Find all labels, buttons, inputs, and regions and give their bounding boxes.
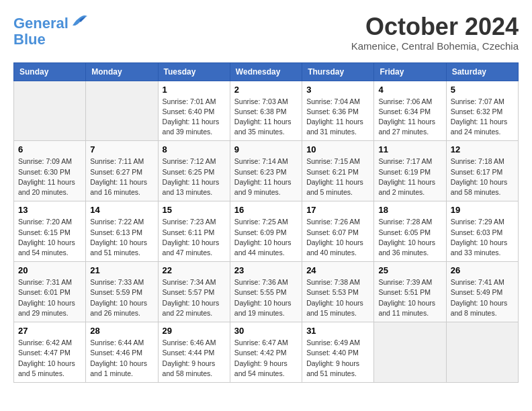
calendar-cell: 20Sunrise: 7:31 AM Sunset: 6:01 PM Dayli… (14, 262, 86, 322)
day-info: Sunrise: 7:26 AM Sunset: 6:07 PM Dayligh… (306, 217, 369, 258)
day-number: 29 (163, 326, 226, 336)
day-info: Sunrise: 7:12 AM Sunset: 6:25 PM Dayligh… (163, 156, 226, 197)
day-number: 17 (306, 205, 369, 215)
calendar-cell: 2Sunrise: 7:03 AM Sunset: 6:38 PM Daylig… (230, 81, 302, 141)
day-info: Sunrise: 7:34 AM Sunset: 5:57 PM Dayligh… (163, 277, 226, 318)
day-number: 24 (306, 265, 369, 275)
logo-bird-icon (70, 13, 89, 28)
calendar-cell: 21Sunrise: 7:33 AM Sunset: 5:59 PM Dayli… (86, 262, 158, 322)
day-info: Sunrise: 7:20 AM Sunset: 6:15 PM Dayligh… (18, 217, 81, 258)
day-info: Sunrise: 6:47 AM Sunset: 4:42 PM Dayligh… (234, 338, 298, 379)
day-info: Sunrise: 7:39 AM Sunset: 5:51 PM Dayligh… (378, 277, 441, 318)
day-info: Sunrise: 6:44 AM Sunset: 4:46 PM Dayligh… (90, 338, 153, 379)
calendar-cell (14, 81, 86, 141)
calendar-cell: 26Sunrise: 7:41 AM Sunset: 5:49 PM Dayli… (446, 262, 518, 322)
calendar-cell: 6Sunrise: 7:09 AM Sunset: 6:30 PM Daylig… (14, 141, 86, 201)
weekday-header: Friday (374, 62, 446, 81)
day-number: 30 (234, 326, 298, 336)
logo-text: General (13, 13, 89, 32)
calendar-cell: 23Sunrise: 7:36 AM Sunset: 5:55 PM Dayli… (230, 262, 302, 322)
location: Kamenice, Central Bohemia, Czechia (351, 40, 519, 52)
title-block: October 2024 Kamenice, Central Bohemia, … (351, 13, 519, 52)
day-info: Sunrise: 7:17 AM Sunset: 6:19 PM Dayligh… (378, 156, 441, 197)
day-info: Sunrise: 7:28 AM Sunset: 6:05 PM Dayligh… (378, 217, 441, 258)
day-number: 12 (451, 144, 514, 154)
day-number: 1 (163, 85, 226, 95)
day-number: 19 (451, 205, 514, 215)
calendar-table: SundayMondayTuesdayWednesdayThursdayFrid… (13, 62, 519, 383)
logo-blue-text: Blue (13, 32, 89, 48)
day-info: Sunrise: 7:31 AM Sunset: 6:01 PM Dayligh… (18, 277, 81, 318)
day-number: 16 (234, 205, 298, 215)
calendar-header-row: SundayMondayTuesdayWednesdayThursdayFrid… (14, 62, 519, 81)
day-info: Sunrise: 7:11 AM Sunset: 6:27 PM Dayligh… (90, 156, 153, 197)
day-info: Sunrise: 7:41 AM Sunset: 5:49 PM Dayligh… (451, 277, 514, 318)
calendar-cell: 19Sunrise: 7:29 AM Sunset: 6:03 PM Dayli… (446, 201, 518, 262)
day-number: 22 (163, 265, 226, 275)
calendar-cell: 13Sunrise: 7:20 AM Sunset: 6:15 PM Dayli… (14, 201, 86, 262)
calendar-cell: 15Sunrise: 7:23 AM Sunset: 6:11 PM Dayli… (158, 201, 230, 262)
calendar-cell: 1Sunrise: 7:01 AM Sunset: 6:40 PM Daylig… (158, 81, 230, 141)
calendar-cell: 5Sunrise: 7:07 AM Sunset: 6:32 PM Daylig… (446, 81, 518, 141)
calendar-cell: 31Sunrise: 6:49 AM Sunset: 4:40 PM Dayli… (302, 322, 374, 383)
calendar-cell: 18Sunrise: 7:28 AM Sunset: 6:05 PM Dayli… (374, 201, 446, 262)
day-info: Sunrise: 7:09 AM Sunset: 6:30 PM Dayligh… (18, 156, 81, 197)
calendar-week-row: 6Sunrise: 7:09 AM Sunset: 6:30 PM Daylig… (14, 141, 519, 201)
day-info: Sunrise: 7:18 AM Sunset: 6:17 PM Dayligh… (451, 156, 514, 197)
calendar-cell: 7Sunrise: 7:11 AM Sunset: 6:27 PM Daylig… (86, 141, 158, 201)
logo: General Blue (13, 13, 89, 48)
day-number: 2 (234, 85, 298, 95)
day-number: 13 (18, 205, 81, 215)
calendar-week-row: 27Sunrise: 6:42 AM Sunset: 4:47 PM Dayli… (14, 322, 519, 383)
day-number: 27 (18, 326, 81, 336)
calendar-cell: 11Sunrise: 7:17 AM Sunset: 6:19 PM Dayli… (374, 141, 446, 201)
day-number: 18 (378, 205, 441, 215)
calendar-week-row: 20Sunrise: 7:31 AM Sunset: 6:01 PM Dayli… (14, 262, 519, 322)
day-number: 31 (306, 326, 369, 336)
calendar-cell: 4Sunrise: 7:06 AM Sunset: 6:34 PM Daylig… (374, 81, 446, 141)
weekday-header: Sunday (14, 62, 86, 81)
day-number: 14 (90, 205, 153, 215)
weekday-header: Tuesday (158, 62, 230, 81)
calendar-week-row: 13Sunrise: 7:20 AM Sunset: 6:15 PM Dayli… (14, 201, 519, 262)
day-info: Sunrise: 7:03 AM Sunset: 6:38 PM Dayligh… (234, 97, 298, 138)
day-info: Sunrise: 6:49 AM Sunset: 4:40 PM Dayligh… (306, 338, 369, 379)
day-info: Sunrise: 7:14 AM Sunset: 6:23 PM Dayligh… (234, 156, 298, 197)
day-info: Sunrise: 7:15 AM Sunset: 6:21 PM Dayligh… (306, 156, 369, 197)
calendar-cell: 10Sunrise: 7:15 AM Sunset: 6:21 PM Dayli… (302, 141, 374, 201)
day-number: 8 (163, 144, 226, 154)
day-info: Sunrise: 6:42 AM Sunset: 4:47 PM Dayligh… (18, 338, 81, 379)
calendar-cell: 30Sunrise: 6:47 AM Sunset: 4:42 PM Dayli… (230, 322, 302, 383)
day-number: 21 (90, 265, 153, 275)
day-number: 5 (451, 85, 514, 95)
day-info: Sunrise: 7:04 AM Sunset: 6:36 PM Dayligh… (306, 97, 369, 138)
weekday-header: Wednesday (230, 62, 302, 81)
day-number: 3 (306, 85, 369, 95)
calendar-cell: 27Sunrise: 6:42 AM Sunset: 4:47 PM Dayli… (14, 322, 86, 383)
calendar-cell: 24Sunrise: 7:38 AM Sunset: 5:53 PM Dayli… (302, 262, 374, 322)
calendar-cell: 14Sunrise: 7:22 AM Sunset: 6:13 PM Dayli… (86, 201, 158, 262)
day-number: 11 (378, 144, 441, 154)
day-number: 26 (451, 265, 514, 275)
weekday-header: Saturday (446, 62, 518, 81)
day-number: 7 (90, 144, 153, 154)
day-number: 28 (90, 326, 153, 336)
calendar-cell (446, 322, 518, 383)
weekday-header: Monday (86, 62, 158, 81)
calendar-week-row: 1Sunrise: 7:01 AM Sunset: 6:40 PM Daylig… (14, 81, 519, 141)
day-info: Sunrise: 7:33 AM Sunset: 5:59 PM Dayligh… (90, 277, 153, 318)
month-title: October 2024 (351, 13, 519, 40)
day-number: 20 (18, 265, 81, 275)
day-info: Sunrise: 7:25 AM Sunset: 6:09 PM Dayligh… (234, 217, 298, 258)
calendar-cell: 12Sunrise: 7:18 AM Sunset: 6:17 PM Dayli… (446, 141, 518, 201)
calendar-cell: 8Sunrise: 7:12 AM Sunset: 6:25 PM Daylig… (158, 141, 230, 201)
weekday-header: Thursday (302, 62, 374, 81)
calendar-cell: 17Sunrise: 7:26 AM Sunset: 6:07 PM Dayli… (302, 201, 374, 262)
day-number: 25 (378, 265, 441, 275)
day-info: Sunrise: 7:06 AM Sunset: 6:34 PM Dayligh… (378, 97, 441, 138)
day-info: Sunrise: 6:46 AM Sunset: 4:44 PM Dayligh… (163, 338, 226, 379)
day-info: Sunrise: 7:36 AM Sunset: 5:55 PM Dayligh… (234, 277, 298, 318)
calendar-cell (374, 322, 446, 383)
day-info: Sunrise: 7:01 AM Sunset: 6:40 PM Dayligh… (163, 97, 226, 138)
calendar-cell: 29Sunrise: 6:46 AM Sunset: 4:44 PM Dayli… (158, 322, 230, 383)
